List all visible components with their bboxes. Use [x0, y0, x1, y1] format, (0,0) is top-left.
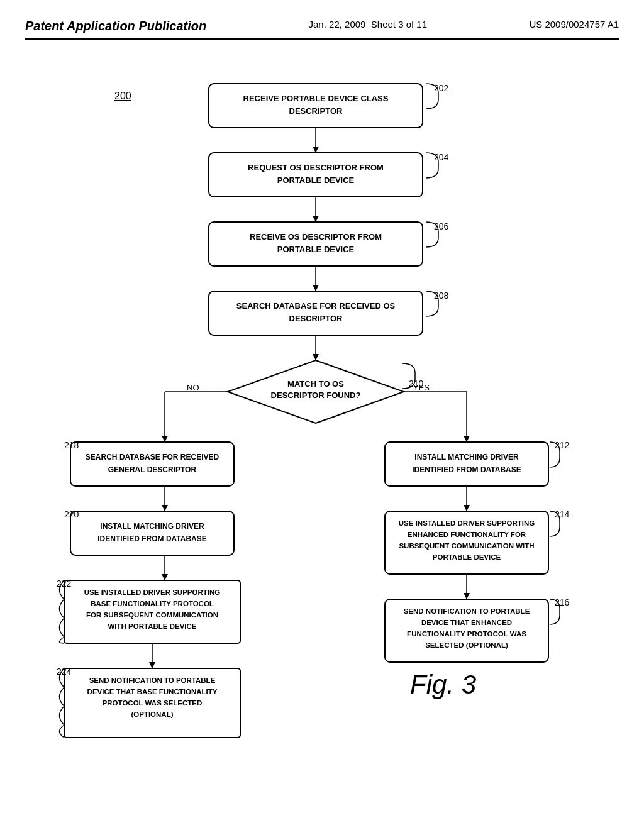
svg-marker-2 [313, 147, 319, 153]
label-224: 224 [57, 667, 72, 677]
fig-label: Fig. 3 [410, 670, 476, 699]
label-222: 222 [57, 578, 72, 589]
label-218: 218 [64, 440, 79, 450]
svg-text:DESCRIPTOR: DESCRIPTOR [289, 314, 343, 323]
svg-text:REQUEST OS DESCRIPTOR FROM: REQUEST OS DESCRIPTOR FROM [248, 163, 384, 172]
svg-text:INSTALL MATCHING DRIVER: INSTALL MATCHING DRIVER [414, 453, 519, 462]
box-212 [385, 442, 548, 486]
svg-marker-17 [162, 436, 168, 442]
svg-marker-5 [313, 216, 319, 222]
svg-text:MATCH TO OS: MATCH TO OS [287, 379, 344, 389]
svg-marker-8 [313, 285, 319, 291]
svg-text:ENHANCED FUNCTIONALITY FOR: ENHANCED FUNCTIONALITY FOR [408, 531, 526, 538]
patent-number: US 2009/0024757 A1 [529, 19, 619, 30]
svg-text:PORTABLE DEVICE: PORTABLE DEVICE [433, 553, 501, 561]
svg-text:RECEIVE OS DESCRIPTOR FROM: RECEIVE OS DESCRIPTOR FROM [250, 232, 382, 241]
svg-text:WITH PORTABLE DEVICE: WITH PORTABLE DEVICE [108, 622, 196, 630]
svg-text:USE INSTALLED DRIVER SUPPORTIN: USE INSTALLED DRIVER SUPPORTING [399, 519, 535, 527]
box-206 [209, 222, 423, 266]
page-header: Patent Application Publication Jan. 22, … [25, 19, 619, 40]
svg-marker-15 [464, 436, 470, 442]
svg-text:RECEIVE PORTABLE DEVICE CLASS: RECEIVE PORTABLE DEVICE CLASS [243, 94, 389, 103]
svg-text:SEARCH DATABASE FOR RECEIVED: SEARCH DATABASE FOR RECEIVED [86, 453, 219, 462]
svg-text:DESCRIPTOR: DESCRIPTOR [289, 106, 343, 116]
svg-marker-22 [464, 505, 470, 511]
svg-text:FUNCTIONALITY PROTOCOL WAS: FUNCTIONALITY PROTOCOL WAS [407, 630, 526, 638]
label-220: 220 [64, 509, 79, 519]
svg-text:SEARCH DATABASE FOR RECEIVED O: SEARCH DATABASE FOR RECEIVED OS [236, 301, 396, 311]
svg-text:PROTOCOL WAS SELECTED: PROTOCOL WAS SELECTED [103, 699, 203, 707]
svg-text:USE INSTALLED DRIVER SUPPORTIN: USE INSTALLED DRIVER SUPPORTING [84, 589, 220, 596]
svg-marker-40 [149, 662, 155, 668]
page: Patent Application Publication Jan. 22, … [0, 0, 644, 830]
svg-text:BASE FUNCTIONALITY PROTOCOL: BASE FUNCTIONALITY PROTOCOL [91, 600, 214, 607]
svg-text:DEVICE THAT ENHANCED: DEVICE THAT ENHANCED [421, 619, 512, 626]
publication-title: Patent Application Publication [25, 19, 206, 33]
svg-text:SUBSEQUENT COMMUNICATION WITH: SUBSEQUENT COMMUNICATION WITH [399, 542, 534, 550]
svg-text:PORTABLE DEVICE: PORTABLE DEVICE [277, 245, 355, 254]
svg-text:DESCRIPTOR FOUND?: DESCRIPTOR FOUND? [271, 390, 361, 400]
label-208: 208 [434, 290, 449, 301]
label-206: 206 [434, 221, 449, 231]
no-label: NO [187, 383, 199, 392]
svg-text:FOR SUBSEQUENT COMMUNICATION: FOR SUBSEQUENT COMMUNICATION [86, 611, 218, 619]
label-212: 212 [555, 440, 570, 450]
yes-label: YES [413, 383, 430, 392]
box-202 [209, 84, 423, 128]
svg-text:SEND NOTIFICATION TO PORTABLE: SEND NOTIFICATION TO PORTABLE [404, 607, 530, 615]
label-216: 216 [555, 597, 570, 607]
diagram-container: 200 RECEIVE PORTABLE DEVICE CLASS DESCRI… [52, 65, 592, 775]
svg-text:SELECTED (OPTIONAL): SELECTED (OPTIONAL) [425, 641, 508, 649]
box-208 [209, 291, 423, 335]
label-202: 202 [434, 83, 449, 93]
svg-marker-30 [464, 593, 470, 599]
svg-text:(OPTIONAL): (OPTIONAL) [131, 711, 173, 718]
svg-text:PORTABLE DEVICE: PORTABLE DEVICE [277, 175, 355, 185]
svg-text:IDENTIFIED FROM DATABASE: IDENTIFIED FROM DATABASE [412, 465, 521, 474]
svg-text:SEND NOTIFICATION TO PORTABLE: SEND NOTIFICATION TO PORTABLE [89, 677, 216, 684]
box-218 [70, 442, 234, 486]
label-214: 214 [555, 509, 570, 519]
label-204: 204 [434, 152, 449, 162]
box-204 [209, 153, 423, 197]
svg-marker-31 [162, 574, 168, 580]
svg-text:IDENTIFIED FROM DATABASE: IDENTIFIED FROM DATABASE [97, 534, 207, 543]
diagram-svg: 200 RECEIVE PORTABLE DEVICE CLASS DESCRI… [52, 65, 592, 775]
svg-text:INSTALL MATCHING DRIVER: INSTALL MATCHING DRIVER [100, 522, 204, 531]
svg-marker-11 [313, 354, 319, 360]
publication-date: Jan. 22, 2009 Sheet 3 of 11 [309, 19, 428, 30]
svg-marker-23 [162, 505, 168, 511]
node-200-label: 200 [114, 91, 131, 101]
svg-text:GENERAL DESCRIPTOR: GENERAL DESCRIPTOR [108, 465, 197, 474]
box-220 [70, 511, 234, 555]
svg-text:DEVICE THAT BASE FUNCTIONALITY: DEVICE THAT BASE FUNCTIONALITY [87, 688, 218, 695]
